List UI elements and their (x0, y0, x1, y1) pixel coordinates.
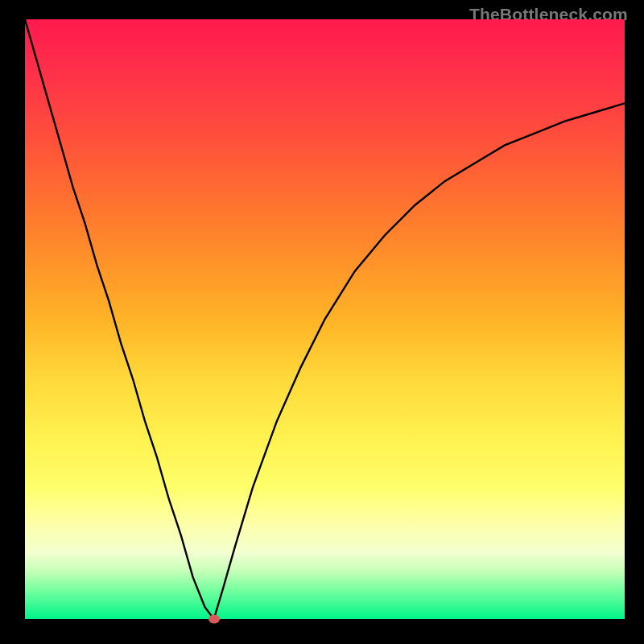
curve-left-branch (25, 19, 214, 619)
plot-area (25, 19, 625, 619)
bottleneck-curve (25, 19, 625, 619)
curve-right-branch (214, 103, 625, 619)
optimum-marker (208, 615, 220, 624)
chart-frame: TheBottleneck.com (0, 0, 644, 644)
